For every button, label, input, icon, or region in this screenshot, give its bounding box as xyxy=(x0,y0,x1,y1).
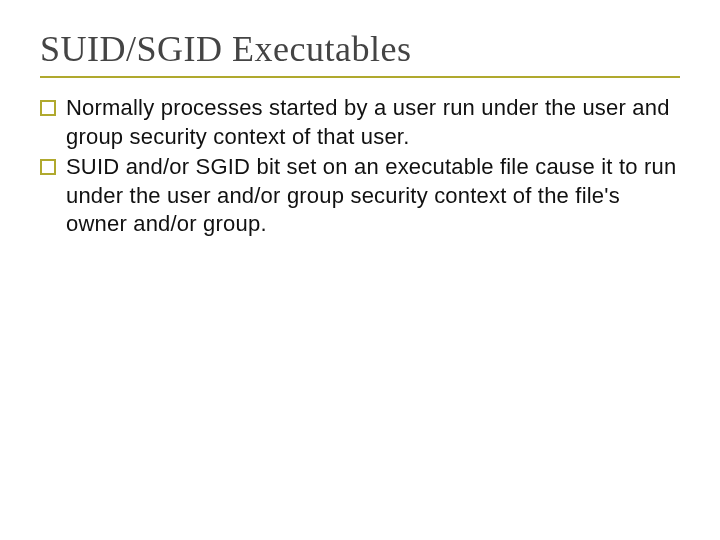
slide: SUID/SGID Executables Normally processes… xyxy=(0,0,720,239)
list-item-text: Normally processes started by a user run… xyxy=(66,94,680,151)
slide-body: Normally processes started by a user run… xyxy=(40,94,680,239)
square-bullet-icon xyxy=(40,159,56,175)
square-bullet-icon xyxy=(40,100,56,116)
list-item: Normally processes started by a user run… xyxy=(40,94,680,151)
title-underline xyxy=(40,76,680,78)
list-item: SUID and/or SGID bit set on an executabl… xyxy=(40,153,680,239)
list-item-text: SUID and/or SGID bit set on an executabl… xyxy=(66,153,680,239)
slide-title: SUID/SGID Executables xyxy=(40,28,680,70)
